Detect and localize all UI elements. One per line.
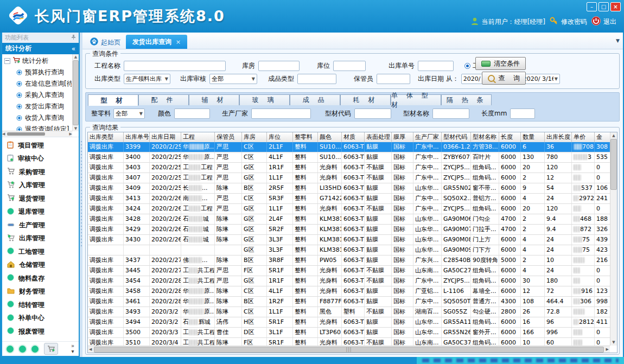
tree-item[interactable]: 采购入库查询 [4,90,72,101]
table-row[interactable]: 调拨出库34282020/2/26石城陈琳G区2L4F整料KLM38176063… [88,214,610,225]
pin-icon[interactable] [71,34,76,41]
table-row[interactable]: 调拨出库34452020/2/27工共工程严思F区5R1F整料光身料6063-T… [88,266,610,276]
tab-close-icon[interactable]: × [176,39,181,46]
column-header-type[interactable]: 出库类型 [88,132,124,142]
sidebar-module-circle[interactable]: 补单中心 [2,312,79,325]
tree-item[interactable]: 退货查询[待定] [4,124,72,131]
minimize-button[interactable]: – [587,2,597,11]
results-horizontal-scrollbar[interactable]: ◀|||▶ [88,346,610,353]
column-header-len[interactable]: 长度 [499,132,521,142]
sidebar-module-clipboard-plain[interactable]: 审核中心 [2,152,79,166]
column-header-outlen[interactable]: 出库长度 [545,132,572,142]
profile-name-input[interactable] [432,108,469,119]
sidebar-module-cart-out[interactable]: 出库管理 [2,232,79,246]
material-tab[interactable]: 配 件 [138,94,189,105]
column-header-price[interactable]: 单价 [572,132,595,142]
sidebar-module-circle[interactable]: 报废管理 [2,325,79,339]
change-password-button[interactable]: 修改密码 [550,17,587,27]
outbound-type-select[interactable]: 生产领料出库▼ [124,74,170,84]
column-header-surf[interactable]: 表面处理 [365,132,392,142]
sidebar-module-circle[interactable]: 结转管理 [2,298,79,312]
material-tab[interactable]: 耗 材 [340,94,391,105]
column-header-whole[interactable]: 整零料 [293,132,318,142]
table-row[interactable]: 调拨出库34372020/2/27佛...陈琳B区3R8F整料PW056063-… [88,256,610,266]
column-header-keeper[interactable]: 保管员 [215,132,242,142]
material-tab[interactable]: 玻 璃 [239,94,290,105]
sidebar-module-folder[interactable]: 财务管理 [2,285,79,299]
table-row[interactable]: 调拨出库34292020/2/26石城陈琳G区5R2F整料KLM38176063… [88,225,610,235]
material-tab[interactable]: 隔 热 条 [441,94,492,105]
date-to-select[interactable]: 2020/ 3/16▼ [521,74,560,84]
sidebar-splitter[interactable] [80,33,82,357]
table-row[interactable]: 调拨出库34072020/2/25工工程严思G区1L1F整料光身料6063-T5… [88,173,610,183]
product-type-input[interactable] [297,74,336,84]
table-row[interactable]: 调拨出库35102020/3/4工共工程陈琳F区5R1F整料光身料6063-T5… [88,338,610,346]
keeper-input[interactable] [377,74,410,84]
tab-home[interactable]: 起始页 [85,36,126,49]
column-header-code[interactable]: 型材代码 [442,132,471,142]
clear-conditions-button[interactable]: 清空条件 [475,57,526,70]
table-row[interactable]: G区3L3F整料KLM38176063-T5贴膜国标山东华...GA90M09.… [88,245,610,256]
column-header-factory[interactable]: 生产厂家 [413,132,442,142]
collapse-icon[interactable]: « [72,45,75,53]
toolbar-dot-button[interactable] [19,346,26,353]
color-input[interactable] [174,108,210,119]
tree-item[interactable]: 发货出库查询 [4,101,72,112]
toolbar-overflow-chevron[interactable]: »▾ [71,343,74,354]
material-tab[interactable]: 辅 材 [189,94,239,105]
tree-vertical-scrollbar[interactable]: ▲▼ [72,54,79,131]
column-header-date[interactable]: 出库日期 [150,132,181,142]
sidebar-module-circle[interactable]: 退库管理 [2,206,79,219]
material-tab[interactable]: 型 材 [88,94,138,106]
table-row[interactable]: 调拨出库34302020/2/26石城陈琳G区3L3F整料KLM38176063… [88,235,610,245]
tree-horizontal-scrollbar[interactable]: ◀▶ [2,131,72,137]
sidebar-module-clipboard[interactable]: 项目管理 [2,139,79,152]
tab-list-dropdown-icon[interactable]: ▼ [616,38,620,43]
tree-item[interactable]: 在途信息查询[待 [4,78,72,90]
sidebar-module-cart[interactable]: 采购管理 [2,165,79,179]
tree-item[interactable]: 收货入库查询 [4,112,72,124]
table-row[interactable]: 调拨出库34242020/2/26工工程严思G区1L1F整料光身料6063-T5… [88,204,610,214]
column-header-mat[interactable]: 材质 [342,132,365,142]
table-row[interactable]: 调拨出库34542020/2/28工共工程严思G区1R1F整料光身料6063-T… [88,276,610,286]
audit-select[interactable]: 全部▼ [209,74,257,84]
close-button[interactable]: × [610,2,621,11]
toolbar-dot-button[interactable] [7,346,14,353]
table-row[interactable]: 调拨出库34092020/2/25长...陈琳B区2R5F整料LI35HD606… [88,183,610,194]
project-name-input[interactable] [124,61,226,71]
logout-button[interactable]: 退出 [591,16,616,27]
sidebar-module-circle[interactable]: 物料盘存 [2,272,79,285]
table-row[interactable]: 调拨出库34612020/2/28华原...陈琳B区1R2F整料F8877FT6… [88,297,610,307]
column-header-proj[interactable]: 工程 [181,132,215,142]
sidebar-module-cart-in[interactable]: 入库管理 [2,179,79,193]
maximize-button[interactable]: □ [598,2,609,11]
table-row[interactable]: 调拨出库34002020/2/25华原...严思C区4L1F整料SU10...6… [88,152,610,163]
warehouse-input[interactable] [258,61,300,71]
profile-code-input[interactable] [354,108,391,119]
column-header-loc[interactable]: 库位 [267,132,293,142]
location-input[interactable] [333,61,366,71]
table-row[interactable]: 调拨出库34582020/2/28华原...陈琳C区4L1F整料光身料6063-… [88,286,610,297]
table-row[interactable]: 调拨出库34132020/2/26南...严思C区5R3F整料G71422606… [88,194,610,204]
column-header-film[interactable]: 膜厚 [392,132,413,142]
material-tab[interactable]: 成 品 [290,94,340,105]
column-header-color[interactable]: 颜色 [318,132,342,142]
sidebar-module-cart-return[interactable]: 退货管理 [2,192,79,206]
column-header-wh[interactable]: 库房 [242,132,267,142]
sidebar-module-warehouse[interactable]: 仓储管理 [2,259,79,272]
sidebar-module-circle[interactable]: 工地管理 [2,245,79,259]
toolbar-dot-button[interactable] [31,346,39,353]
sidebar-module-machine[interactable]: 生产管理 [2,219,79,232]
table-row[interactable]: 调拨出库34932020/3/2华原...陈琳C区1L1F整料黑色塑料不贴膜国标… [88,307,610,317]
material-tab[interactable]: 单 体 型 材 [391,94,441,105]
search-button[interactable]: 查 询 [482,72,526,85]
table-row[interactable]: 调拨出库34942020/3/2石辉城汤伟H区5R1F整料光身料6063-T5贴… [88,317,610,328]
order-no-input[interactable] [418,61,454,71]
table-row[interactable]: 调拨出库33992020/2/25华原...严思C区2L1F整料SU10...6… [88,142,610,152]
tab-shipment-outbound-query[interactable]: 发货出库查询 × [126,35,187,49]
table-row[interactable]: 调拨出库35002020/3/3工共工程曹佳D区3L1F整料LT3P606063… [88,328,610,338]
toolbar-cart-button[interactable] [44,343,58,355]
column-header-qty[interactable]: 数量 [521,132,545,142]
column-header-name[interactable]: 型材名称 [471,132,499,142]
table-row[interactable]: 调拨出库34032020/2/25工工程严思G区1R1F整料光身料6063-T5… [88,163,610,173]
